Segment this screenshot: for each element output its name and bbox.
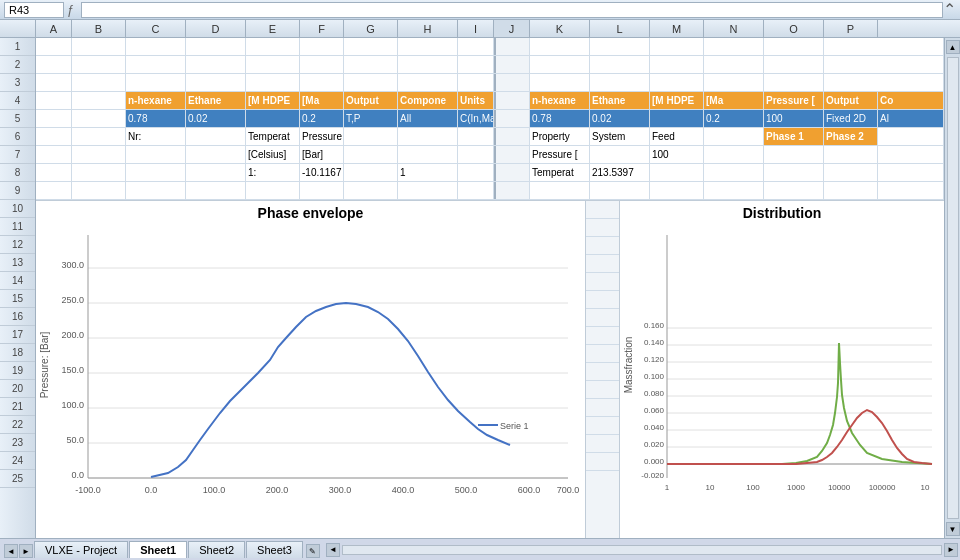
cell-M8[interactable] xyxy=(650,164,704,181)
cell-L8[interactable]: 213.5397 xyxy=(590,164,650,181)
cell-I8[interactable] xyxy=(458,164,494,181)
cell-I2[interactable] xyxy=(458,56,494,73)
cell-A1[interactable] xyxy=(36,38,72,55)
cell-J8[interactable] xyxy=(494,164,530,181)
cell-reference[interactable]: R43 xyxy=(4,2,64,18)
cell-N1[interactable] xyxy=(704,38,764,55)
cell-B1[interactable] xyxy=(72,38,126,55)
cell-P9[interactable] xyxy=(824,182,878,199)
cell-P5[interactable]: Fixed 2D xyxy=(824,110,878,127)
cell-O5[interactable]: 100 xyxy=(764,110,824,127)
cell-B3[interactable] xyxy=(72,74,126,91)
cell-J9[interactable] xyxy=(494,182,530,199)
cell-H2[interactable] xyxy=(398,56,458,73)
cell-D1[interactable] xyxy=(186,38,246,55)
col-G[interactable]: G xyxy=(344,20,398,37)
h-scrollbar[interactable]: ◄ ► xyxy=(324,542,960,558)
col-N[interactable]: N xyxy=(704,20,764,37)
tab-sheet1[interactable]: Sheet1 xyxy=(129,541,187,558)
cell-G1[interactable] xyxy=(344,38,398,55)
cell-G9[interactable] xyxy=(344,182,398,199)
cell-L4[interactable]: Ethane xyxy=(590,92,650,109)
cell-C2[interactable] xyxy=(126,56,186,73)
col-M[interactable]: M xyxy=(650,20,704,37)
col-E[interactable]: E xyxy=(246,20,300,37)
cell-E4[interactable]: [M HDPE xyxy=(246,92,300,109)
cell-M1[interactable] xyxy=(650,38,704,55)
cell-D9[interactable] xyxy=(186,182,246,199)
formula-input[interactable] xyxy=(81,2,943,18)
cell-E2[interactable] xyxy=(246,56,300,73)
cell-D2[interactable] xyxy=(186,56,246,73)
cell-F6[interactable]: Pressure xyxy=(300,128,344,145)
cell-A6[interactable] xyxy=(36,128,72,145)
cell-M2[interactable] xyxy=(650,56,704,73)
cell-P1[interactable] xyxy=(824,38,944,55)
cell-G5[interactable]: T,P xyxy=(344,110,398,127)
cell-N5[interactable]: 0.2 xyxy=(704,110,764,127)
cell-H5[interactable]: All xyxy=(398,110,458,127)
cell-K9[interactable] xyxy=(530,182,590,199)
cell-G2[interactable] xyxy=(344,56,398,73)
cell-G4[interactable]: Output xyxy=(344,92,398,109)
col-J[interactable]: J xyxy=(494,20,530,37)
add-sheet-btn[interactable]: ✎ xyxy=(306,544,320,558)
cell-C9[interactable] xyxy=(126,182,186,199)
scroll-left-btn[interactable]: ◄ xyxy=(326,543,340,557)
cell-P8[interactable] xyxy=(824,164,878,181)
col-L[interactable]: L xyxy=(590,20,650,37)
tab-sheet3[interactable]: Sheet3 xyxy=(246,541,303,558)
cell-J3[interactable] xyxy=(494,74,530,91)
cell-M6[interactable]: Feed xyxy=(650,128,704,145)
col-C[interactable]: C xyxy=(126,20,186,37)
cell-I9[interactable] xyxy=(458,182,494,199)
cell-P6[interactable]: Phase 2 xyxy=(824,128,878,145)
tab-sheet2[interactable]: Sheet2 xyxy=(188,541,245,558)
cell-C5[interactable]: 0.78 xyxy=(126,110,186,127)
cell-L7[interactable] xyxy=(590,146,650,163)
cell-E3[interactable] xyxy=(246,74,300,91)
cell-C6[interactable]: Nr: xyxy=(126,128,186,145)
cell-F7[interactable]: [Bar] xyxy=(300,146,344,163)
col-P[interactable]: P xyxy=(824,20,878,37)
cell-J1[interactable] xyxy=(494,38,530,55)
cell-K7[interactable]: Pressure [ xyxy=(530,146,590,163)
cell-N8[interactable] xyxy=(704,164,764,181)
cell-M7[interactable]: 100 xyxy=(650,146,704,163)
cell-K8[interactable]: Temperat xyxy=(530,164,590,181)
cell-D5[interactable]: 0.02 xyxy=(186,110,246,127)
cell-G3[interactable] xyxy=(344,74,398,91)
cell-F3[interactable] xyxy=(300,74,344,91)
cell-O4[interactable]: Pressure [ xyxy=(764,92,824,109)
cell-E6[interactable]: Temperat xyxy=(246,128,300,145)
cell-H6[interactable] xyxy=(398,128,458,145)
cell-N9[interactable] xyxy=(704,182,764,199)
cell-P3[interactable] xyxy=(824,74,944,91)
right-chart-container[interactable]: Distribution Massfraction -0.020 0.000 0… xyxy=(620,201,944,538)
cell-L3[interactable] xyxy=(590,74,650,91)
cell-M4[interactable]: [M HDPE xyxy=(650,92,704,109)
cell-Q4[interactable]: Co xyxy=(878,92,944,109)
cell-K1[interactable] xyxy=(530,38,590,55)
cell-A5[interactable] xyxy=(36,110,72,127)
cell-M3[interactable] xyxy=(650,74,704,91)
cell-E5[interactable] xyxy=(246,110,300,127)
cell-C3[interactable] xyxy=(126,74,186,91)
cell-J7[interactable] xyxy=(494,146,530,163)
cell-P2[interactable] xyxy=(824,56,944,73)
cell-D4[interactable]: Ethane xyxy=(186,92,246,109)
cell-M5[interactable] xyxy=(650,110,704,127)
col-F[interactable]: F xyxy=(300,20,344,37)
cell-F8[interactable]: -10.1167 xyxy=(300,164,344,181)
cell-N3[interactable] xyxy=(704,74,764,91)
col-O[interactable]: O xyxy=(764,20,824,37)
cell-H7[interactable] xyxy=(398,146,458,163)
cell-E8[interactable]: 1: xyxy=(246,164,300,181)
cell-Q6[interactable] xyxy=(878,128,944,145)
cell-C1[interactable] xyxy=(126,38,186,55)
cell-B4[interactable] xyxy=(72,92,126,109)
cell-L5[interactable]: 0.02 xyxy=(590,110,650,127)
h-scroll-track[interactable] xyxy=(342,545,942,555)
cell-O8[interactable] xyxy=(764,164,824,181)
cell-B9[interactable] xyxy=(72,182,126,199)
